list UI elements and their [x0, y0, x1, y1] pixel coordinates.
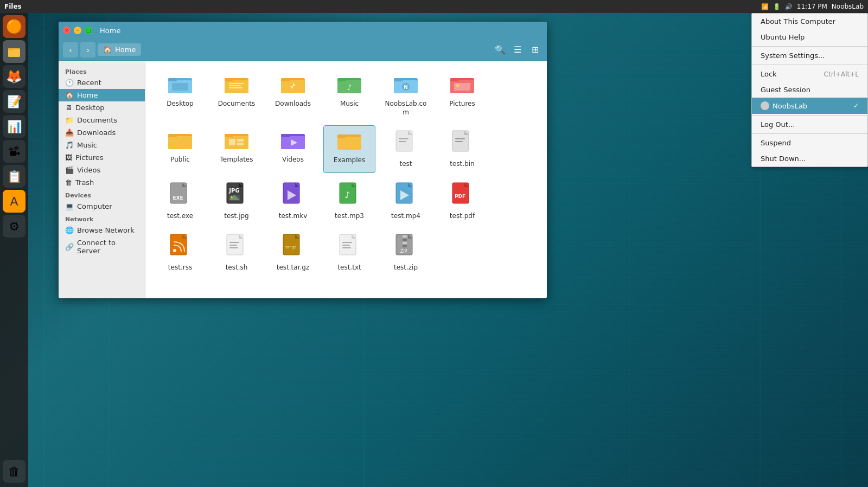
menu-item-ubuntu-help[interactable]: Ubuntu Help	[752, 29, 867, 45]
sidebar-item-connect-to-server[interactable]: 🔗 Connect to Server	[59, 236, 145, 257]
test-mp3-icon: ♪	[339, 182, 360, 210]
computer-icon: 💻	[65, 202, 74, 210]
file-item-desktop[interactable]: Desktop	[154, 69, 206, 121]
file-item-test-mp4[interactable]: test.mp4	[380, 177, 432, 225]
forward-button[interactable]: ›	[80, 42, 95, 57]
connect-server-icon: 🔗	[65, 243, 74, 251]
file-item-test-mp3[interactable]: ♪ test.mp3	[323, 177, 375, 225]
file-name: test.mkv	[279, 212, 308, 221]
desktop-icon: 🖥	[65, 104, 72, 112]
sidebar-item-music[interactable]: 🎵 Music	[59, 139, 145, 151]
svg-rect-37	[450, 78, 459, 81]
dock-impress[interactable]: 📽	[3, 140, 25, 163]
menu-item-guest-session[interactable]: Guest Session	[752, 82, 867, 98]
file-item-pictures[interactable]: Pictures	[436, 69, 488, 121]
location-bar[interactable]: 🏠 Home	[98, 43, 141, 56]
volume-icon[interactable]: 🔊	[785, 3, 793, 10]
sidebar-item-computer[interactable]: 💻 Computer	[59, 200, 145, 213]
dock-settings[interactable]: ⚙	[3, 215, 25, 238]
svg-rect-42	[168, 134, 177, 137]
dock-amazon[interactable]: A	[3, 190, 25, 213]
file-item-test-txt[interactable]: test.txt	[323, 229, 375, 277]
sidebar-item-browse-network[interactable]: 🌐 Browse Network	[59, 224, 145, 236]
file-item-public[interactable]: Public	[154, 125, 206, 173]
file-item-test-jpg[interactable]: JPG test.jpg	[210, 177, 263, 225]
sidebar-item-downloads[interactable]: 📥 Downloads	[59, 126, 145, 139]
menu-item-suspend[interactable]: Suspend	[752, 135, 867, 151]
search-button[interactable]: 🔍	[493, 42, 508, 57]
wifi-icon[interactable]: 📶	[761, 3, 769, 10]
trash-label: Trash	[75, 178, 94, 187]
system-settings-label: System Settings...	[761, 52, 825, 60]
menu-item-shutdown[interactable]: Shut Down...	[752, 151, 867, 166]
file-item-test-zip[interactable]: ZIP test.zip	[380, 229, 432, 277]
menu-item-system-settings[interactable]: System Settings...	[752, 48, 867, 63]
svg-rect-28	[337, 78, 346, 81]
file-item-videos[interactable]: Videos	[267, 125, 319, 173]
file-name: test.txt	[337, 264, 361, 272]
user-menu-button[interactable]: NoobsLab	[832, 3, 864, 10]
file-item-test-bin[interactable]: test.bin	[436, 125, 488, 173]
file-name: test.pdf	[450, 212, 475, 221]
sidebar: Places 🕐 Recent 🏠 Home 🖥 Desktop 📁 Docum…	[59, 61, 145, 298]
sidebar-item-recent[interactable]: 🕐 Recent	[59, 76, 145, 89]
file-item-noobslab[interactable]: N NoobsLab.com	[380, 69, 432, 121]
dock-writer[interactable]: 📝	[3, 90, 25, 113]
sidebar-item-pictures[interactable]: 🖼 Pictures	[59, 151, 145, 164]
file-name: Public	[170, 156, 190, 164]
menu-separator-3	[752, 115, 867, 116]
file-item-examples[interactable]: Examples	[323, 125, 375, 173]
file-item-test-exe[interactable]: EXE test.exe	[154, 177, 206, 225]
file-item-test-targz[interactable]: tar.gz test.tar.gz	[267, 229, 319, 277]
dock-firefox[interactable]: 🦊	[3, 65, 25, 88]
dock-ubuntu[interactable]: 🟠	[3, 15, 25, 38]
view-toggle-button[interactable]: ⊞	[527, 42, 542, 57]
files-area: Desktop Documents	[145, 61, 547, 298]
minimize-icon: –	[76, 28, 79, 33]
dock-tasks[interactable]: 📋	[3, 165, 25, 188]
menu-item-logout[interactable]: Log Out...	[752, 117, 867, 132]
test-pdf-icon: PDF	[451, 182, 473, 210]
svg-rect-20	[229, 85, 241, 86]
back-button[interactable]: ‹	[63, 42, 78, 57]
file-item-music[interactable]: ♪ Music	[323, 69, 375, 121]
user-circle-icon	[761, 101, 769, 110]
music-label: Music	[77, 141, 97, 149]
dock-trash[interactable]: 🗑	[3, 460, 25, 483]
sidebar-item-documents[interactable]: 📁 Documents	[59, 114, 145, 126]
test-targz-icon: tar.gz	[282, 233, 304, 261]
browse-network-icon: 🌐	[65, 226, 74, 234]
file-name: test.mp4	[391, 212, 420, 221]
test-file-icon	[395, 130, 417, 158]
menu-item-noobslab[interactable]: NoobsLab ✓	[752, 98, 867, 114]
sidebar-item-desktop[interactable]: 🖥 Desktop	[59, 101, 145, 114]
dock-files[interactable]	[3, 40, 25, 63]
menu-button[interactable]: ☰	[510, 42, 525, 57]
downloads-folder-icon	[280, 74, 305, 98]
maximize-button[interactable]: □	[85, 27, 92, 34]
file-item-test-sh[interactable]: test.sh	[210, 229, 263, 277]
minimize-button[interactable]: –	[74, 27, 81, 34]
file-item-test-rss[interactable]: test.rss	[154, 229, 206, 277]
menu-item-about-computer[interactable]: About This Computer	[752, 14, 867, 29]
file-item-test-pdf[interactable]: PDF test.pdf	[436, 177, 488, 225]
sidebar-item-trash[interactable]: 🗑 Trash	[59, 176, 145, 189]
file-name: test.tar.gz	[277, 264, 309, 272]
file-item-test-mkv[interactable]: test.mkv	[267, 177, 319, 225]
close-button[interactable]: ×	[63, 27, 71, 34]
dock-calc[interactable]: 📊	[3, 115, 25, 138]
sidebar-item-videos[interactable]: 🎬 Videos	[59, 164, 145, 176]
home-icon: 🏠	[103, 46, 112, 54]
file-item-test[interactable]: test	[380, 125, 432, 173]
recent-label: Recent	[77, 79, 101, 87]
left-dock: 🟠 🦊 📝 📊 📽 📋 A ⚙ 🗑	[0, 13, 28, 487]
svg-text:EXE: EXE	[173, 195, 183, 201]
sidebar-item-home[interactable]: 🏠 Home	[59, 89, 145, 101]
file-item-templates[interactable]: Templates	[210, 125, 263, 173]
svg-rect-44	[225, 136, 248, 149]
file-item-documents[interactable]: Documents	[210, 69, 263, 121]
computer-label: Computer	[77, 202, 112, 210]
menu-item-lock[interactable]: Lock Ctrl+Alt+L	[752, 66, 867, 82]
pictures-icon: 🖼	[65, 153, 72, 162]
file-item-downloads[interactable]: Downloads	[267, 69, 319, 121]
